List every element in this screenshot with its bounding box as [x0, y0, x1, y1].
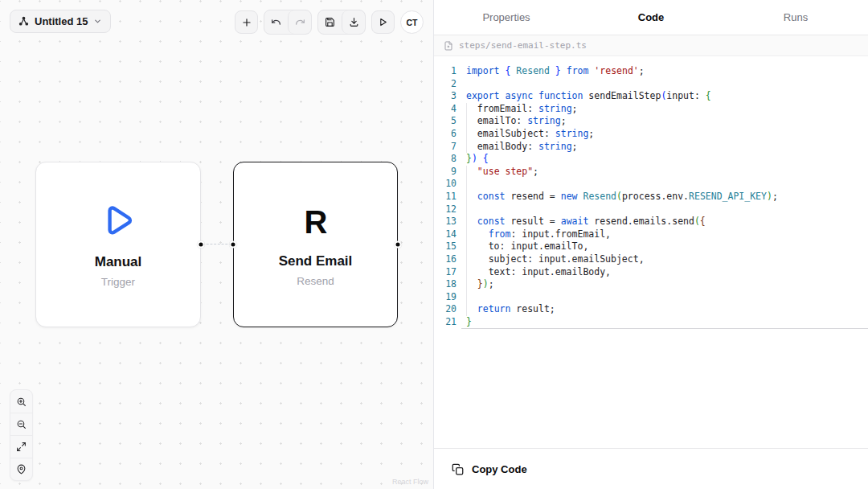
tab-code[interactable]: Code [579, 0, 723, 35]
code-line: 21} [434, 316, 868, 329]
pin-icon [16, 464, 27, 475]
resend-logo: R [305, 203, 327, 241]
react-flow-attribution[interactable]: React Flow [392, 478, 428, 486]
download-icon [349, 17, 359, 27]
handle-manual-source[interactable] [198, 241, 205, 249]
code-editor[interactable]: 1import { Resend } from 'resend';23expor… [434, 56, 868, 448]
file-actions-group [317, 10, 366, 35]
workflow-icon [18, 16, 29, 27]
workflow-name: Untitled 15 [35, 15, 88, 27]
code-line: 2 [434, 78, 868, 91]
code-line: 4 fromEmail: string; [434, 103, 868, 116]
code-line: 12 [434, 203, 868, 216]
zoom-out-button[interactable] [10, 413, 32, 435]
redo-icon [295, 17, 305, 27]
tab-properties[interactable]: Properties [434, 0, 579, 35]
code-line: 1import { Resend } from 'resend'; [434, 65, 868, 78]
copy-icon [452, 463, 464, 475]
code-line: 8}) { [434, 153, 868, 166]
code-line: 18 }); [434, 278, 868, 291]
file-path: steps/send-email-step.ts [459, 40, 587, 51]
play-icon [378, 17, 388, 27]
fit-view-button[interactable] [10, 435, 32, 458]
workflow-name-button[interactable]: Untitled 15 [10, 10, 111, 33]
code-line: 9 "use step"; [434, 166, 868, 179]
app: Untitled 15 [0, 0, 868, 489]
tab-runs[interactable]: Runs [723, 0, 868, 35]
code-line: 10 [434, 178, 868, 191]
plus-icon [241, 17, 252, 28]
inspector-panel: Properties Code Runs steps/send-email-st… [434, 0, 868, 489]
history-group [264, 10, 312, 35]
code-line: 7 emailBody: string; [434, 141, 868, 154]
code-line: 13 const result = await resend.emails.se… [434, 216, 868, 228]
user-avatar[interactable]: CT [400, 10, 424, 34]
file-icon [444, 41, 453, 51]
node-title: Manual [95, 254, 142, 270]
code-line: 17 text: input.emailBody, [434, 266, 868, 279]
node-subtitle: Resend [297, 275, 334, 287]
redo-button[interactable] [288, 10, 311, 34]
code-lines: 1import { Resend } from 'resend';23expor… [434, 65, 868, 328]
download-button[interactable] [342, 10, 365, 34]
handle-sendemail-source[interactable] [395, 241, 402, 249]
flow-canvas[interactable]: Untitled 15 [0, 0, 434, 489]
code-line: 6 emailSubject: string; [434, 128, 868, 141]
code-line: 16 subject: input.emailSubject, [434, 253, 868, 266]
node-title: Send Email [279, 253, 353, 269]
node-subtitle: Trigger [101, 276, 135, 288]
undo-button[interactable] [264, 10, 288, 34]
zoom-out-icon [16, 419, 27, 429]
canvas-controls [10, 389, 33, 481]
save-button[interactable] [318, 10, 342, 34]
handle-sendemail-target[interactable] [230, 241, 237, 249]
code-line: 5 emailTo: string; [434, 115, 868, 128]
undo-icon [271, 17, 281, 27]
canvas-toolbar: CT [235, 10, 424, 35]
pin-button[interactable] [10, 458, 32, 480]
code-line: 3export async function sendEmailStep(inp… [434, 90, 868, 103]
editor-end-border [461, 328, 868, 329]
code-line: 14 from: input.fromEmail, [434, 228, 868, 241]
code-line: 11 const resend = new Resend(process.env… [434, 191, 868, 203]
code-line: 15 to: input.emailTo, [434, 240, 868, 253]
chevron-down-icon [93, 17, 102, 26]
node-send-email[interactable]: R Send Email Resend [233, 162, 398, 327]
panel-tabs: Properties Code Runs [434, 0, 868, 35]
copy-code-button[interactable]: Copy Code [434, 448, 868, 489]
code-line: 20 return result; [434, 303, 868, 316]
zoom-in-button[interactable] [10, 390, 32, 413]
fit-view-icon [16, 442, 27, 452]
copy-code-label: Copy Code [472, 463, 527, 475]
run-workflow-button[interactable] [371, 10, 395, 34]
zoom-in-icon [16, 397, 27, 407]
add-node-button[interactable] [235, 10, 258, 34]
edge-manual-to-sendemail [203, 244, 231, 244]
file-header: steps/send-email-step.ts [434, 35, 868, 56]
node-manual-trigger[interactable]: Manual Trigger [35, 162, 201, 327]
save-icon [325, 17, 335, 27]
code-line: 19 [434, 291, 868, 304]
play-trigger-icon [98, 202, 138, 242]
